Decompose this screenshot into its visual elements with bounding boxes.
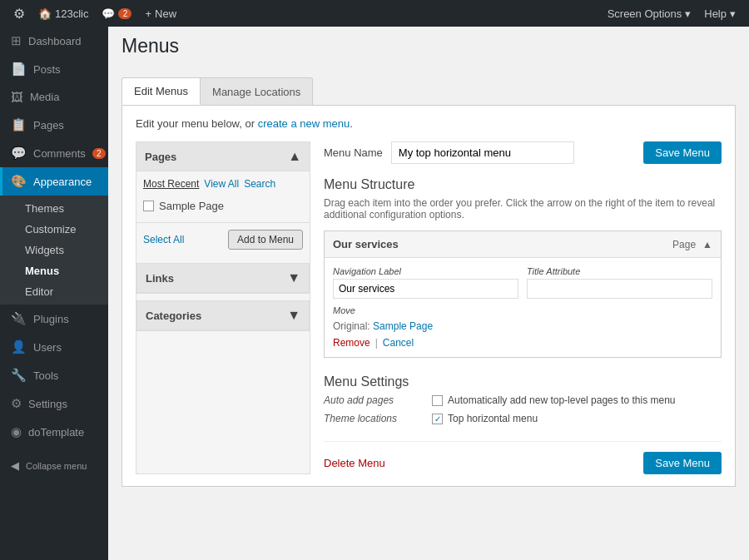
comments-count-badge: 2 (92, 148, 106, 159)
pages-panel-body: Most Recent View All Search Sample Page (136, 171, 310, 222)
appearance-icon: 🎨 (11, 174, 27, 189)
plus-icon: + (145, 7, 151, 20)
tools-icon: 🔧 (11, 368, 27, 383)
sidebar-item-posts[interactable]: 📄 Posts (0, 55, 108, 83)
settings-icon: ⚙ (11, 396, 22, 411)
menu-name-input[interactable] (391, 141, 574, 164)
media-icon: 🖼 (11, 90, 23, 104)
categories-panel-header[interactable]: Categories ▼ (137, 301, 309, 330)
sidebar-item-appearance[interactable]: 🎨 Appearance (0, 167, 108, 196)
pages-panel-toggle[interactable]: ▲ (288, 149, 301, 164)
menu-item-type: Page (672, 239, 696, 250)
title-attr-input[interactable] (527, 279, 712, 299)
original-row: Original: Sample Page (333, 320, 712, 332)
menu-structure-title: Menu Structure (324, 177, 722, 192)
site-name-icon: 🏠 (38, 7, 52, 20)
sidebar-item-widgets[interactable]: Widgets (0, 240, 108, 260)
nav-label-input[interactable] (333, 279, 518, 299)
categories-panel-toggle[interactable]: ▼ (287, 308, 300, 323)
sidebar-item-plugins[interactable]: 🔌 Plugins (0, 305, 108, 333)
pages-icon: 📋 (11, 117, 27, 132)
site-name[interactable]: 🏠 123clic (32, 0, 95, 27)
help-btn[interactable]: Help ▾ (697, 0, 742, 27)
left-column: Pages ▲ Most Recent View All Search (136, 141, 310, 474)
page-item-label: Sample Page (159, 200, 224, 212)
sidebar-item-comments[interactable]: 💬 Comments 2 (0, 139, 108, 167)
select-all-link[interactable]: Select All (143, 234, 184, 245)
theme-locations-label: Theme locations (324, 413, 424, 424)
move-label: Move (333, 305, 712, 315)
menu-settings: Menu Settings Auto add pages Automatical… (324, 374, 722, 424)
original-label: Original: (333, 320, 370, 332)
page-title: Menus (122, 35, 736, 57)
info-bar: Edit your menu below, or create a new me… (136, 117, 722, 130)
remove-link[interactable]: Remove (333, 337, 370, 349)
save-menu-top-button[interactable]: Save Menu (643, 141, 722, 164)
nav-label-group: Navigation Label (333, 266, 518, 299)
categories-panel-title: Categories (146, 310, 201, 322)
pages-panel-title: Pages (145, 151, 176, 163)
theme-locations-text: Top horizontal menu (448, 413, 538, 424)
sidebar-item-dashboard[interactable]: ⊞ Dashboard (0, 27, 108, 55)
wp-logo[interactable]: ⚙ (7, 0, 32, 27)
cancel-link[interactable]: Cancel (383, 337, 414, 349)
plugins-icon: 🔌 (11, 311, 27, 326)
comments-link[interactable]: 💬 2 (95, 0, 138, 27)
filter-links: Most Recent View All Search (143, 178, 303, 190)
dashboard-icon: ⊞ (11, 33, 22, 48)
sidebar-item-users[interactable]: 👤 Users (0, 333, 108, 361)
comments-icon: 💬 (11, 146, 27, 161)
nav-label-label: Navigation Label (333, 266, 518, 276)
collapse-menu-btn[interactable]: ◀ Collapse menu (0, 453, 108, 478)
sidebar-item-tools[interactable]: 🔧 Tools (0, 361, 108, 389)
menu-item-arrow[interactable]: ▲ (702, 239, 712, 250)
menu-item-name: Our services (333, 238, 399, 250)
sidebar-item-themes[interactable]: Themes (0, 198, 108, 219)
pages-panel-header[interactable]: Pages ▲ (136, 142, 310, 171)
sidebar-item-settings[interactable]: ⚙ Settings (0, 389, 108, 418)
appearance-submenu: Themes Customize Widgets Menus Editor (0, 196, 108, 305)
theme-locations-row: Theme locations ✓ Top horizontal menu (324, 413, 722, 424)
wp-icon: ⚙ (13, 6, 25, 22)
sidebar-item-pages[interactable]: 📋 Pages (0, 111, 108, 139)
comments-icon: 💬 (102, 7, 115, 20)
auto-add-label: Auto add pages (324, 394, 424, 406)
save-menu-bottom-button[interactable]: Save Menu (643, 452, 722, 474)
theme-locations-checkbox[interactable]: ✓ (432, 414, 443, 424)
posts-icon: 📄 (11, 62, 27, 77)
delete-menu-link[interactable]: Delete Menu (324, 457, 385, 469)
dotemplate-icon: ◉ (11, 424, 22, 439)
tab-row: Edit Menus Manage Locations (122, 69, 736, 105)
original-page-link[interactable]: Sample Page (373, 320, 433, 332)
sidebar-item-editor[interactable]: Editor (0, 281, 108, 302)
auto-add-checkbox[interactable] (432, 395, 443, 406)
help-arrow: ▾ (730, 7, 736, 20)
screen-options-btn[interactable]: Screen Options ▾ (601, 0, 698, 27)
sidebar-item-menus[interactable]: Menus (0, 260, 108, 281)
links-panel-toggle[interactable]: ▼ (287, 270, 300, 285)
right-column: Menu Name Save Menu Menu Structure Drag … (324, 141, 722, 474)
action-links: Remove | Cancel (333, 337, 712, 349)
pages-panel: Pages ▲ Most Recent View All Search (136, 142, 310, 256)
create-new-menu-link[interactable]: create a new menu (258, 117, 350, 130)
menu-name-row: Menu Name Save Menu (324, 141, 722, 164)
menu-structure-desc: Drag each item into the order you prefer… (324, 197, 722, 221)
add-to-menu-button[interactable]: Add to Menu (228, 230, 303, 250)
filter-most-recent[interactable]: Most Recent (143, 178, 199, 190)
menu-item-header[interactable]: Our services Page ▲ (325, 231, 721, 258)
page-item-checkbox[interactable] (143, 201, 154, 211)
sidebar-item-dotemplate[interactable]: ◉ doTemplate (0, 418, 108, 446)
sidebar-item-customize[interactable]: Customize (0, 219, 108, 240)
sidebar-item-media[interactable]: 🖼 Media (0, 83, 108, 111)
tab-edit-menus[interactable]: Edit Menus (122, 77, 201, 105)
new-content[interactable]: + New (138, 0, 183, 27)
screen-options-arrow: ▾ (685, 7, 691, 20)
filter-view-all[interactable]: View All (204, 178, 239, 190)
filter-search[interactable]: Search (244, 178, 275, 190)
bottom-actions: Delete Menu Save Menu (324, 441, 722, 474)
tab-manage-locations[interactable]: Manage Locations (200, 77, 313, 105)
links-panel-header[interactable]: Links ▼ (137, 264, 309, 293)
links-panel: Links ▼ (136, 263, 310, 294)
menu-item-container: Our services Page ▲ Navigation Label (324, 230, 722, 358)
title-attr-label: Title Attribute (527, 266, 712, 276)
